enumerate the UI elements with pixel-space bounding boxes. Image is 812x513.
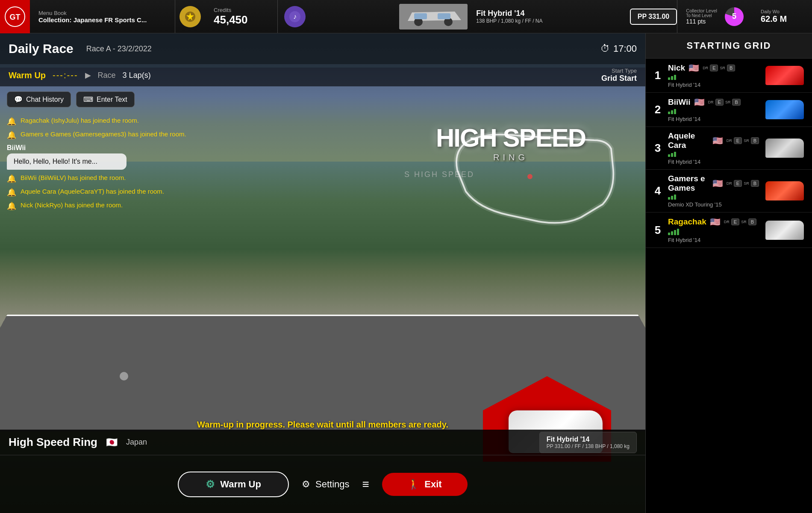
chat-bubble: Hello, Hello, Hello! It's me... [7,153,127,170]
chat-icon: 💬 [14,95,23,103]
sr-badge: B [732,99,740,106]
exit-button[interactable]: 🚶 Exit [382,473,468,496]
daily-value: 62.6 M [761,14,803,24]
notification-message: 🔔Ragachak (IshyJulu) has joined the room… [7,117,228,126]
warmup-arrow[interactable]: ▶ [85,71,91,80]
svg-point-10 [527,174,533,179]
credits-label: Credits [214,7,265,13]
grid-car-image [763,136,806,160]
signal-bars [668,229,759,235]
menu-button[interactable]: ≡ [362,478,369,491]
sr-badge: B [751,180,759,187]
credits-value: 45,450 [214,13,265,27]
driver-flag: 🇺🇸 [710,217,721,227]
grid-item: 5 Ragachak 🇺🇸 DR E SR B Fit Hybrid '14 [646,212,812,248]
chat-history-button[interactable]: 💬 Chat History [7,91,71,107]
driver-flag: 🇺🇸 [688,63,699,73]
menu-book-value: Collection: Japanese FR Sports C... [38,16,166,24]
sr-badge: B [751,137,759,144]
svg-text:♪: ♪ [293,13,297,20]
car-shape [765,139,804,158]
grid-info: Nick 🇺🇸 DR E SR B Fit Hybrid '14 [668,63,759,88]
grid-item: 4 Gamers e Games 🇺🇸 DR E SR B Demio XD T… [646,170,812,212]
dr-badge: E [734,137,742,144]
collector-level: 5 [725,7,744,26]
sub-header: Daily Race Race A - 23/2/2022 ⏱ 17:00 [0,33,645,64]
warm-up-bar: Warm Up ---:--- ▶ Race 3 Lap(s) Start Ty… [0,64,645,86]
car-shape [765,100,804,119]
dr-sr-badges: DR E SR B [727,137,759,144]
bell-icon: 🔔 [7,188,16,197]
clock-icon: ⏱ [600,43,610,54]
car-specs: 138 BHP / 1,080 kg / FF / NA [476,18,542,24]
grid-car-image [763,179,806,203]
grid-position: 3 [652,142,664,155]
notification-message: 🔔BiiWii (BiiWiiLV) has joined the room. [7,174,228,183]
grid-item: 2 BiiWii 🇺🇸 DR E SR B Fit Hybrid '14 [646,93,812,127]
track-map [444,115,624,243]
settings-button[interactable]: ⚙ Settings [302,479,350,490]
daily-section: Daily Wo 62.6 M [752,0,812,33]
bell-icon: 🔔 [7,174,16,183]
collector-sublabel: To Next Level [686,13,717,18]
dr-badge: E [715,99,724,106]
grid-header: STARTING GRID [646,33,812,59]
grid-position: 5 [652,224,664,237]
grid-position: 1 [652,69,664,82]
bell-icon: 🔔 [7,201,16,211]
car-info-box: Fit Hybrid '14 PP 331.00 / FF / 138 BHP … [539,432,637,453]
chat-buttons: 💬 Chat History ⌨ Enter Text [0,86,235,112]
notification-message: 🔔Aquele Cara (AqueleCaraYT) has joined t… [7,188,228,197]
driver-flag: 🇺🇸 [694,97,705,107]
warm-up-button[interactable]: ⚙ Warm Up [178,472,289,497]
signal-bars [668,75,759,80]
driver-name: Nick [668,63,685,73]
settings-icon: ⚙ [302,479,310,490]
grid-car-name: Fit Hybrid '14 [668,82,759,88]
grid-position: 4 [652,184,664,198]
exit-label: Exit [424,479,441,490]
grid-car-image [763,218,806,242]
car-info-specs: PP 331.00 / FF / 138 BHP / 1,080 kg [547,443,630,449]
warmup-dashes: ---:--- [53,71,78,80]
grid-car-name: Fit Hybrid '14 [668,116,759,122]
car-info: Fit Hybrid '14 138 BHP / 1,080 kg / FF /… [476,9,542,24]
driver-name: BiiWii [668,97,691,107]
grid-name-row: Ragachak 🇺🇸 DR E SR B [668,217,759,227]
driver-flag: 🇺🇸 [712,136,723,146]
dr-sr-badges: DR E SR B [703,65,735,71]
grid-item: 1 Nick 🇺🇸 DR E SR B Fit Hybrid '14 [646,59,812,93]
daily-label: Daily Wo [761,9,803,14]
chat-area: 💬 Chat History ⌨ Enter Text 🔔Ragachak (I… [0,86,235,428]
menu-book-label: Menu Book [38,10,166,16]
main-layout: HIGH SPEED RING S HIGH SPEED Daily Race … [0,33,812,513]
settings-label: Settings [315,479,350,490]
bottom-info: High Speed Ring 🇯🇵 Japan Fit Hybrid '14 … [0,430,645,513]
grid-info: Aquele Cara 🇺🇸 DR E SR B Fit Hybrid '14 [668,131,759,165]
notification-message: 🔔Gamers e Games (Gamersegames3) has join… [7,130,228,140]
sr-badge: B [748,218,756,225]
warmup-button-icon: ⚙ [206,478,215,490]
start-type-area: Start Type Grid Start [601,68,637,83]
enter-text-button[interactable]: ⌨ Enter Text [76,91,135,107]
music-icon[interactable]: ♪ [284,6,306,27]
grid-info: Ragachak 🇺🇸 DR E SR B Fit Hybrid '14 [668,217,759,243]
dr-sr-badges: DR E SR B [727,180,759,187]
chat-history-label: Chat History [26,96,64,103]
timer-area: ⏱ 17:00 [600,43,637,54]
svg-text:GT: GT [10,13,21,21]
car-shape [765,221,804,240]
car-shape [765,181,804,200]
grid-name-row: Aquele Cara 🇺🇸 DR E SR B [668,131,759,150]
signal-bars [668,109,759,114]
grid-car-name: Fit Hybrid '14 [668,237,759,243]
dr-badge: E [731,218,739,225]
race-laps: 3 Lap(s) [123,71,151,80]
top-bar: GT Menu Book Collection: Japanese FR Spo… [0,0,812,33]
grid-item: 3 Aquele Cara 🇺🇸 DR E SR B Fit Hybrid '1… [646,127,812,170]
warm-up-button-label: Warm Up [220,479,261,490]
collector-label: Collector Level [686,8,717,13]
car-name: Fit Hybrid '14 [476,9,542,18]
start-type-label: Start Type [601,68,637,74]
sr-badge: B [727,65,735,71]
